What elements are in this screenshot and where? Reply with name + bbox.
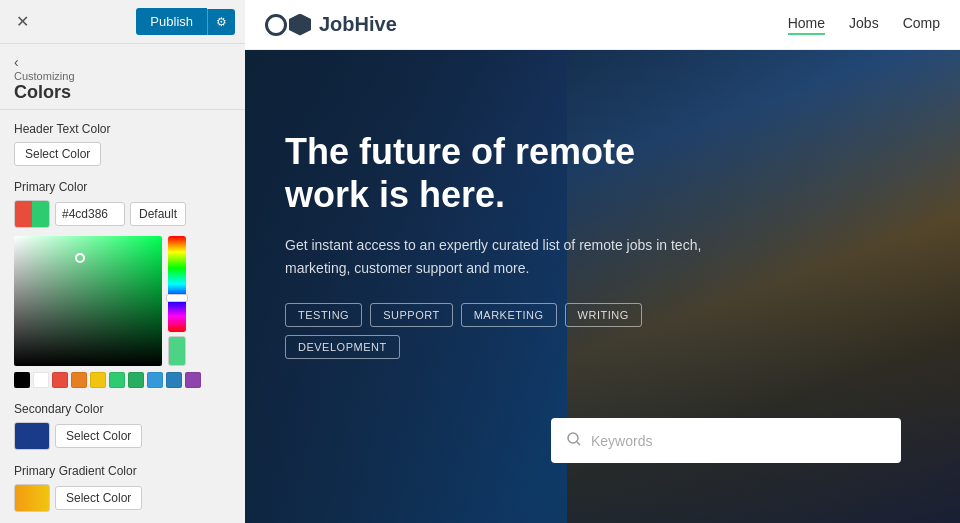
search-placeholder: Keywords <box>591 433 652 449</box>
back-arrow-icon: ‹ <box>14 54 19 70</box>
gradient-color-swatch-button[interactable] <box>14 484 50 512</box>
customizer-panel: ✕ Publish ⚙ ‹ Customizing Colors Header … <box>0 0 245 523</box>
color-picker <box>14 236 231 366</box>
swatch-red[interactable] <box>52 372 68 388</box>
tag-testing[interactable]: TESTING <box>285 303 362 327</box>
site-logo-text: JobHive <box>319 13 397 36</box>
back-button[interactable]: ‹ <box>14 54 19 70</box>
primary-gradient-label: Primary Gradient Color <box>14 464 231 478</box>
site-logo: JobHive <box>265 13 397 36</box>
svg-line-1 <box>577 442 580 445</box>
color-gradient-box[interactable] <box>14 236 162 366</box>
primary-color-row: Default <box>14 200 231 228</box>
gradient-color-row: Select Color <box>14 484 231 512</box>
swatch-green-dark[interactable] <box>128 372 144 388</box>
publish-group: Publish ⚙ <box>136 8 235 35</box>
hero-title: The future of remote work is here. <box>285 130 705 216</box>
secondary-color-row: Select Color <box>14 422 231 450</box>
hero-subtitle: Get instant access to an expertly curate… <box>285 234 705 279</box>
primary-color-label: Primary Color <box>14 180 231 194</box>
primary-gradient-color-section: Primary Gradient Color Select Color <box>14 464 231 512</box>
nav-link-jobs[interactable]: Jobs <box>849 15 879 35</box>
secondary-color-swatch-button[interactable] <box>14 422 50 450</box>
swatch-white[interactable] <box>33 372 49 388</box>
hero-section: The future of remote work is here. Get i… <box>245 50 960 523</box>
hero-content: The future of remote work is here. Get i… <box>285 130 705 359</box>
tag-development[interactable]: DEVELOPMENT <box>285 335 400 359</box>
breadcrumb-sub: Customizing <box>14 70 231 82</box>
tag-writing[interactable]: WRITING <box>565 303 642 327</box>
hue-slider[interactable] <box>168 236 186 332</box>
search-bar-container: Keywords <box>531 418 960 463</box>
search-icon <box>567 432 581 449</box>
publish-button[interactable]: Publish <box>136 8 207 35</box>
primary-color-swatch-button[interactable] <box>14 200 50 228</box>
secondary-color-label: Secondary Color <box>14 402 231 416</box>
logo-hex-icon <box>289 14 311 36</box>
search-bar[interactable]: Keywords <box>551 418 901 463</box>
breadcrumb: ‹ Customizing Colors <box>0 44 245 110</box>
primary-color-section: Primary Color Default <box>14 180 231 388</box>
logo-circle-icon <box>265 14 287 36</box>
site-nav-links: Home Jobs Comp <box>788 15 940 35</box>
swatch-green-light[interactable] <box>109 372 125 388</box>
swatch-blue-dark[interactable] <box>166 372 182 388</box>
panel-content: Header Text Color Select Color Primary C… <box>0 110 245 523</box>
tag-row: TESTING SUPPORT MARKETING WRITING DEVELO… <box>285 303 705 359</box>
site-preview-panel: JobHive Home Jobs Comp The future of rem… <box>245 0 960 523</box>
tag-support[interactable]: SUPPORT <box>370 303 452 327</box>
site-nav: JobHive Home Jobs Comp <box>245 0 960 50</box>
secondary-color-button[interactable]: Select Color <box>55 424 142 448</box>
swatch-yellow[interactable] <box>90 372 106 388</box>
primary-color-default-button[interactable]: Default <box>130 202 186 226</box>
publish-settings-button[interactable]: ⚙ <box>207 9 235 35</box>
swatch-orange[interactable] <box>71 372 87 388</box>
swatch-black[interactable] <box>14 372 30 388</box>
site-preview: JobHive Home Jobs Comp The future of rem… <box>245 0 960 523</box>
hue-slider-container <box>168 236 186 366</box>
logo-icons <box>265 14 311 36</box>
swatch-purple[interactable] <box>185 372 201 388</box>
secondary-color-section: Secondary Color Select Color <box>14 402 231 450</box>
header-text-color-label: Header Text Color <box>14 122 231 136</box>
color-result-box <box>168 336 186 366</box>
primary-color-value-input[interactable] <box>55 202 125 226</box>
breadcrumb-title: Colors <box>14 82 231 103</box>
nav-link-home[interactable]: Home <box>788 15 825 35</box>
tag-marketing[interactable]: MARKETING <box>461 303 557 327</box>
nav-link-comp[interactable]: Comp <box>903 15 940 35</box>
gradient-color-button[interactable]: Select Color <box>55 486 142 510</box>
swatch-blue-light[interactable] <box>147 372 163 388</box>
svg-point-0 <box>568 433 578 443</box>
header-text-color-button[interactable]: Select Color <box>14 142 101 166</box>
swatches-row <box>14 372 231 388</box>
hue-handle <box>166 294 188 302</box>
close-button[interactable]: ✕ <box>10 10 34 34</box>
header-text-color-section: Header Text Color Select Color <box>14 122 231 166</box>
top-bar: ✕ Publish ⚙ <box>0 0 245 44</box>
